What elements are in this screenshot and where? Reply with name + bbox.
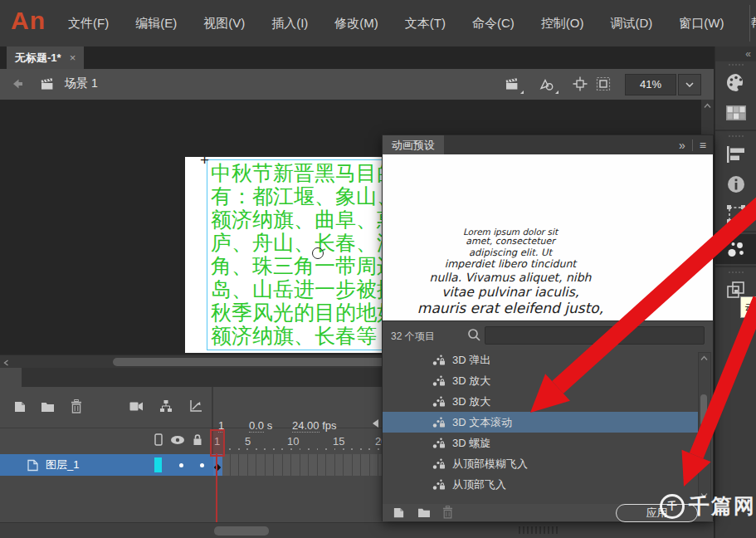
menu-item[interactable]: 调试(D)	[597, 16, 666, 32]
search-icon	[467, 328, 481, 342]
transform-center-point[interactable]	[312, 247, 324, 259]
layer-visible-dot[interactable]	[179, 463, 183, 467]
layer-column-headers	[154, 433, 202, 446]
ruler-number: 15	[333, 435, 344, 448]
edit-scene-clapper-icon	[505, 77, 519, 90]
new-layer-button[interactable]	[13, 400, 27, 413]
menu-item[interactable]: 视图(V)	[190, 16, 258, 32]
document-tab-bar: 无标题-1* ×	[0, 46, 714, 69]
clip-content-button[interactable]	[593, 75, 614, 93]
preview-text-line: vitae pulvinar iaculis,	[383, 285, 676, 300]
menu-item[interactable]: 文本(T)	[392, 16, 459, 32]
timeline-horizontal-scrollbar[interactable]	[0, 522, 714, 538]
new-folder-button[interactable]	[41, 401, 55, 413]
info-panel-button[interactable]	[715, 169, 756, 199]
preset-list-scrollbar[interactable]	[698, 352, 711, 501]
preset-search-input[interactable]	[485, 326, 705, 345]
delete-preset-button[interactable]	[442, 506, 453, 519]
camera-button[interactable]	[129, 401, 144, 412]
preset-list-item[interactable]: 3D 放大	[383, 391, 713, 412]
scroll-up-icon	[700, 355, 708, 361]
timeline-tab[interactable]	[22, 368, 43, 387]
menu-item[interactable]: 文件(F)	[55, 16, 122, 32]
menu-bar: An 文件(F)编辑(E)视图(V)插入(I)修改(M)文本(T)命令(C)控制…	[0, 0, 756, 47]
zoom-dropdown-button[interactable]	[678, 74, 701, 95]
preset-list-item[interactable]: 3D 螺旋	[383, 433, 713, 453]
menu-item[interactable]: 命令(C)	[459, 16, 528, 32]
layer-color-swatch[interactable]	[154, 457, 162, 472]
preset-list-item[interactable]: 3D 文本滚动	[383, 412, 713, 433]
align-panel-button[interactable]	[715, 139, 756, 169]
lock-column-icon[interactable]	[193, 433, 202, 446]
preset-item-label: 3D 放大	[452, 370, 490, 391]
back-arrow-button[interactable]	[7, 75, 28, 93]
items-count-label: 32 个项目	[391, 330, 435, 344]
menu-item[interactable]: 编辑(E)	[122, 16, 190, 32]
panel-header: 动画预设 » ≡	[383, 135, 713, 154]
layer-unlocked-dot[interactable]	[200, 463, 204, 467]
motion-editor-button[interactable]	[189, 399, 202, 413]
ruler-number: 5	[245, 435, 251, 448]
panel-menu-icon[interactable]: ≡	[700, 139, 706, 152]
timeline-hscroll-thumb[interactable]	[214, 526, 269, 536]
outline-color-column-icon[interactable]	[154, 433, 163, 446]
camera-icon	[129, 401, 144, 412]
motion-presets-panel-button[interactable]	[715, 234, 756, 264]
preset-scroll-thumb[interactable]	[700, 394, 707, 426]
swatches-panel-button[interactable]	[715, 98, 756, 128]
layer-hierarchy-button[interactable]	[159, 399, 173, 413]
preset-item-icon	[432, 416, 446, 428]
watermark-text: 千篇网	[689, 492, 756, 520]
keyframe-cell[interactable]	[213, 454, 222, 476]
center-frame-crosshair-icon	[573, 76, 588, 91]
dock-grip[interactable]	[715, 269, 756, 276]
menu-item[interactable]: 控制(O)	[528, 16, 597, 32]
edit-symbols-icon	[539, 77, 554, 91]
edit-symbols-button[interactable]	[536, 75, 558, 93]
app-logo: An	[11, 7, 46, 35]
layer-row[interactable]: 图层_1	[0, 454, 213, 476]
menu-item[interactable]: 窗口(W)	[666, 16, 737, 32]
preset-item-icon	[432, 374, 446, 387]
preview-text-line: adipiscing elit. Ut	[383, 247, 676, 259]
new-preset-folder-button[interactable]	[417, 507, 431, 518]
align-icon	[726, 146, 746, 163]
panel-resize-grip[interactable]	[519, 526, 560, 534]
watermark: 千 千篇网	[660, 492, 756, 520]
close-tab-icon[interactable]: ×	[70, 51, 76, 64]
menu-item[interactable]: 修改(M)	[321, 16, 392, 32]
zoom-level-field[interactable]: 41%	[625, 74, 676, 95]
new-preset-button[interactable]	[393, 506, 405, 519]
visibility-column-eye-icon[interactable]	[170, 435, 185, 445]
info-icon	[727, 175, 745, 193]
dropdown-carat	[520, 90, 524, 94]
preview-text: Lorem ipsum dolor sitamet, consectetuera…	[383, 227, 676, 317]
swatches-icon	[726, 105, 746, 120]
edit-scene-button[interactable]	[501, 75, 523, 93]
preset-list-item[interactable]: 从顶部模糊飞入	[383, 453, 713, 474]
document-tab[interactable]: 无标题-1* ×	[7, 46, 84, 69]
transform-panel-button[interactable]	[715, 199, 756, 229]
panel-tab-title[interactable]: 动画预设	[383, 135, 444, 154]
menu-item[interactable]: 帮助(H)	[737, 16, 756, 32]
dock-grip[interactable]	[715, 133, 756, 139]
menu-items: 文件(F)编辑(E)视图(V)插入(I)修改(M)文本(T)命令(C)控制(O)…	[55, 0, 756, 46]
center-frame-button[interactable]	[569, 75, 591, 93]
delete-button[interactable]	[71, 399, 82, 413]
scene-breadcrumb[interactable]: 场景 1	[65, 76, 98, 91]
color-panel-button[interactable]	[715, 68, 756, 98]
timeline-tab[interactable]	[0, 368, 22, 387]
layer-page-icon	[27, 459, 39, 472]
collapse-panel-icon[interactable]: »	[679, 139, 685, 152]
menu-item[interactable]: 插入(I)	[258, 16, 321, 32]
right-dock-sidebar: «	[715, 46, 756, 538]
animate-app-window: { "menu": { "logo": "An", "items": ["文件(…	[0, 0, 756, 538]
chevron-down-icon	[685, 82, 694, 87]
playhead-marker[interactable]	[210, 429, 225, 457]
collapse-dock-button[interactable]: «	[715, 46, 756, 61]
layer-name[interactable]: 图层_1	[46, 457, 79, 472]
preset-item-icon	[432, 457, 446, 470]
preset-list-item[interactable]: 3D 放大	[383, 370, 713, 391]
dock-grip[interactable]	[715, 61, 756, 68]
preset-list-item[interactable]: 3D 弹出	[383, 350, 713, 370]
